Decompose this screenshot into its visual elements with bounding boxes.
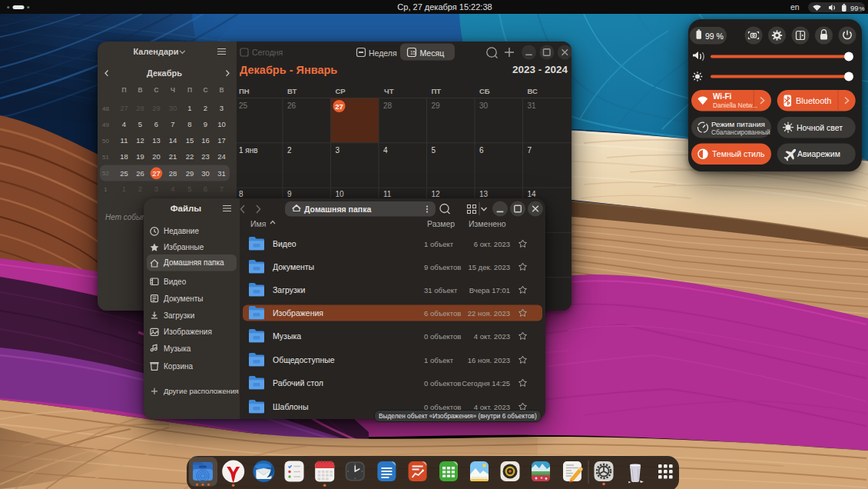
svg-text:Темный стиль: Темный стиль [712, 149, 765, 158]
svg-text:Домашняя папка: Домашняя папка [164, 258, 224, 267]
svg-text:21: 21 [169, 152, 177, 161]
svg-text:10: 10 [336, 190, 345, 198]
svg-text:31: 31 [528, 101, 537, 110]
svg-text:Изображения: Изображения [164, 328, 212, 336]
svg-text:12: 12 [136, 136, 144, 145]
svg-text:Календари: Календари [133, 47, 178, 56]
svg-text:8: 8 [187, 120, 191, 128]
svg-text:28: 28 [383, 101, 393, 110]
svg-text:0 объектов: 0 объектов [424, 379, 461, 388]
svg-text:Музыка: Музыка [164, 344, 191, 353]
svg-text:23: 23 [201, 152, 210, 161]
svg-text:0 объектов: 0 объектов [424, 332, 461, 341]
svg-text:30: 30 [479, 101, 489, 110]
svg-text:13: 13 [152, 136, 161, 145]
svg-text:14: 14 [169, 136, 177, 145]
svg-text:7: 7 [220, 185, 224, 193]
svg-text:6: 6 [479, 146, 484, 155]
svg-text:Изображения: Изображения [273, 308, 323, 318]
svg-text:Домашняя папка: Домашняя папка [304, 205, 371, 214]
svg-text:22 ноя. 2023: 22 ноя. 2023 [468, 309, 510, 318]
svg-text:1: 1 [187, 104, 191, 112]
svg-text:5: 5 [138, 120, 142, 128]
svg-text:12: 12 [432, 190, 441, 198]
svg-text:7: 7 [528, 146, 532, 155]
svg-text:24: 24 [217, 152, 226, 161]
svg-text:В: В [219, 86, 224, 94]
svg-text:22: 22 [186, 152, 194, 161]
svg-text:15 дек. 2023: 15 дек. 2023 [468, 263, 510, 271]
svg-text:П: П [121, 86, 126, 94]
svg-text:2: 2 [287, 146, 292, 155]
svg-text:27: 27 [120, 104, 128, 112]
svg-text:52: 52 [102, 170, 109, 177]
svg-text:6: 6 [154, 120, 158, 128]
svg-text:15: 15 [410, 50, 416, 55]
svg-text:Авиарежим: Авиарежим [797, 149, 840, 158]
svg-text:Видео: Видео [164, 278, 187, 286]
svg-text:П: П [187, 86, 192, 94]
svg-text:Сбалансированный: Сбалансированный [711, 128, 770, 136]
svg-text:11: 11 [121, 136, 128, 145]
svg-text:Сегодня: Сегодня [252, 48, 283, 57]
svg-text:6 объектов: 6 объектов [424, 309, 461, 318]
svg-text:Декабрь - Январь: Декабрь - Январь [240, 64, 337, 76]
svg-text:29: 29 [152, 104, 161, 112]
svg-text:Недавние: Недавние [164, 227, 199, 235]
svg-text:5: 5 [432, 146, 436, 155]
svg-text:1 объект: 1 объект [424, 240, 454, 248]
svg-text:ПН: ПН [239, 87, 250, 95]
svg-text:Документы: Документы [273, 262, 314, 271]
svg-text:ЧТ: ЧТ [384, 87, 394, 95]
svg-text:Неделя: Неделя [369, 48, 397, 58]
svg-text:25: 25 [239, 101, 248, 110]
svg-text:С: С [203, 86, 207, 94]
svg-text:Документы: Документы [164, 294, 204, 303]
svg-text:14: 14 [528, 190, 537, 198]
svg-text:48: 48 [102, 105, 109, 112]
svg-text:4: 4 [122, 120, 126, 128]
svg-text:10: 10 [217, 120, 226, 128]
svg-text:4: 4 [383, 146, 388, 155]
svg-text:1 объект: 1 объект [424, 356, 454, 364]
svg-text:26: 26 [136, 169, 144, 178]
svg-text:1: 1 [122, 185, 126, 193]
svg-text:6 окт. 2023: 6 окт. 2023 [474, 240, 510, 248]
svg-text:Сегодня 14:25: Сегодня 14:25 [462, 379, 510, 388]
svg-text:17: 17 [217, 136, 226, 145]
svg-text:В: В [137, 86, 142, 94]
svg-text:4 окт. 2023: 4 окт. 2023 [474, 332, 510, 341]
svg-text:Режим питания: Режим питания [711, 120, 765, 128]
svg-text:29: 29 [186, 169, 194, 178]
svg-text:6: 6 [204, 185, 207, 193]
svg-text:16 ноя. 2023: 16 ноя. 2023 [468, 356, 510, 364]
svg-text:Другие расположения: Другие расположения [164, 387, 239, 395]
svg-text:26: 26 [287, 101, 297, 110]
svg-text:Шаблоны: Шаблоны [273, 402, 308, 411]
svg-text:2: 2 [138, 185, 142, 193]
svg-text:СБ: СБ [479, 87, 490, 95]
svg-text:49: 49 [102, 121, 109, 128]
svg-text:1 янв: 1 янв [239, 146, 258, 155]
svg-text:Вчера 17:01: Вчера 17:01 [469, 286, 510, 294]
svg-text:50: 50 [102, 138, 109, 145]
svg-text:Рабочий стол: Рабочий стол [273, 378, 323, 388]
svg-text:30: 30 [201, 169, 210, 178]
svg-text:30: 30 [169, 104, 177, 112]
svg-text:2: 2 [204, 104, 207, 112]
svg-text:Wi-Fi: Wi-Fi [713, 92, 732, 101]
svg-text:11: 11 [383, 190, 392, 198]
svg-text:Видео: Видео [273, 239, 297, 248]
svg-text:27: 27 [335, 102, 343, 111]
svg-text:2023 - 2024: 2023 - 2024 [512, 64, 568, 75]
svg-text:Избранные: Избранные [164, 243, 204, 251]
svg-text:Музыка: Музыка [273, 331, 301, 341]
svg-text:С: С [154, 86, 158, 94]
svg-text:27: 27 [152, 169, 161, 178]
svg-text:Файлы: Файлы [171, 204, 202, 213]
svg-text:31 объект: 31 объект [424, 286, 458, 294]
svg-text:СР: СР [336, 87, 346, 95]
svg-text:1: 1 [104, 186, 108, 193]
svg-text:Размер: Размер [427, 219, 455, 228]
svg-text:Ч: Ч [171, 86, 175, 94]
